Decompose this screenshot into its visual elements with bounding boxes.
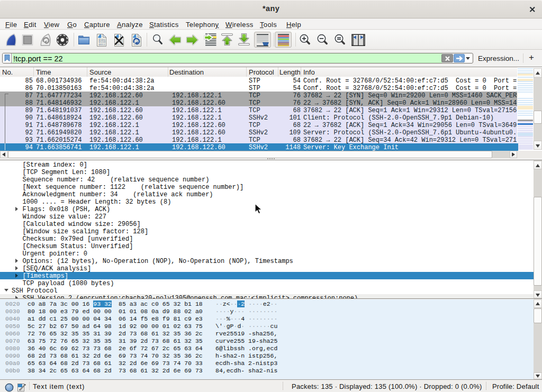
svg-text:0011: 0011 xyxy=(98,43,105,47)
